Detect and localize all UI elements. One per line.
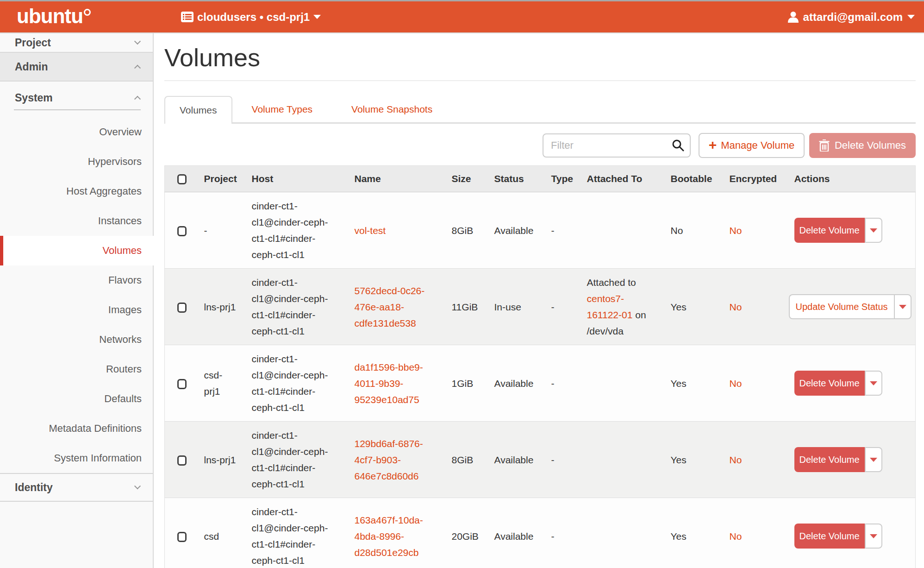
- cell-bootable: Yes: [664, 498, 723, 568]
- cell-bootable: Yes: [664, 345, 723, 422]
- cell-status: In-use: [487, 269, 544, 345]
- column-header-encrypted: Encrypted: [723, 166, 787, 192]
- project-context-switcher[interactable]: cloudusers • csd-prj1: [181, 1, 321, 32]
- update-volume-status-button[interactable]: Update Volume Status: [789, 294, 894, 319]
- sidebar-item-metadata-definitions[interactable]: Metadata Definitions: [0, 414, 154, 443]
- sidebar-section-project[interactable]: Project: [0, 33, 154, 53]
- chevron-down-icon: [313, 15, 321, 19]
- ubuntu-logo[interactable]: ubuntu: [17, 5, 91, 28]
- cell-name: da1f1596-bbe9- 4011-9b39- 95239e10ad75: [348, 345, 445, 422]
- action-dropdown-toggle[interactable]: [865, 218, 882, 243]
- sidebar-item-defaults[interactable]: Defaults: [0, 384, 154, 414]
- volume-name-link[interactable]: da1f1596-bbe9- 4011-9b39- 95239e10ad75: [355, 362, 423, 405]
- sidebar-section-system[interactable]: System: [0, 86, 154, 109]
- sidebar-item-images[interactable]: Images: [0, 295, 154, 325]
- cell-project: csd- prj1: [197, 345, 245, 422]
- tab-bar: VolumesVolume TypesVolume Snapshots: [164, 96, 916, 124]
- sidebar-section-admin[interactable]: Admin: [0, 53, 154, 82]
- action-button-group: Delete Volume: [794, 447, 882, 472]
- volume-name-link[interactable]: 129bd6af-6876- 4cf7-b903- 646e7c8d60d6: [355, 438, 423, 481]
- table-toolbar: + Manage Volume Delete Volumes: [164, 133, 916, 158]
- row-checkbox[interactable]: [177, 379, 187, 389]
- cell-type: -: [544, 192, 580, 269]
- sidebar-item-hypervisors[interactable]: Hypervisors: [0, 147, 154, 177]
- cell-actions: Delete Volume: [787, 422, 916, 498]
- plus-icon: +: [709, 138, 717, 152]
- cell-host: cinder-ct1- cl1@cinder-ceph- ct1-cl1#cin…: [245, 345, 348, 422]
- cell-project: -: [197, 192, 245, 269]
- cell-actions: Delete Volume: [787, 498, 916, 568]
- tab-volumes[interactable]: Volumes: [164, 96, 232, 124]
- row-checkbox[interactable]: [177, 455, 187, 466]
- cell-actions: Delete Volume: [787, 345, 916, 422]
- cell-host: cinder-ct1- cl1@cinder-ceph- ct1-cl1#cin…: [245, 498, 348, 568]
- cell-size: 20GiB: [445, 498, 487, 568]
- delete-volume-button[interactable]: Delete Volume: [794, 371, 865, 396]
- sidebar-project-label: Project: [15, 37, 51, 49]
- attached-instance-link[interactable]: centos7-: [587, 293, 624, 304]
- sidebar-item-flavors[interactable]: Flavors: [0, 265, 154, 295]
- sidebar-identity-label: Identity: [15, 481, 53, 494]
- ubuntu-circle-of-friends-icon: [84, 9, 91, 16]
- volumes-table: ProjectHostNameSizeStatusTypeAttached To…: [164, 165, 916, 568]
- sidebar-item-routers[interactable]: Routers: [0, 354, 154, 384]
- cell-host: cinder-ct1- cl1@cinder-ceph- ct1-cl1#cin…: [245, 192, 348, 269]
- delete-volume-button[interactable]: Delete Volume: [794, 524, 865, 549]
- table-row: lns-prj1cinder-ct1- cl1@cinder-ceph- ct1…: [165, 422, 916, 498]
- caret-down-icon: [899, 305, 906, 309]
- volume-name-link[interactable]: 5762decd-0c26- 476e-aa18- cdfe131de538: [355, 285, 425, 328]
- cell-name: 5762decd-0c26- 476e-aa18- cdfe131de538: [348, 269, 445, 345]
- table-row: csdcinder-ct1- cl1@cinder-ceph- ct1-cl1#…: [165, 498, 916, 568]
- sidebar-section-identity[interactable]: Identity: [0, 473, 154, 502]
- search-icon[interactable]: [672, 139, 684, 151]
- row-checkbox[interactable]: [177, 303, 187, 313]
- chevron-up-icon: [134, 96, 141, 102]
- action-button-group: Delete Volume: [794, 524, 882, 549]
- action-dropdown-toggle[interactable]: [865, 371, 882, 396]
- context-label: cloudusers • csd-prj1: [197, 11, 310, 24]
- table-header: ProjectHostNameSizeStatusTypeAttached To…: [165, 166, 916, 192]
- user-menu[interactable]: attardi@gmail.com: [788, 1, 915, 32]
- row-checkbox[interactable]: [177, 532, 187, 542]
- sidebar-item-overview[interactable]: Overview: [0, 117, 154, 147]
- column-header-host: Host: [245, 166, 348, 192]
- cell-status: Available: [487, 345, 544, 422]
- delete-volume-button[interactable]: Delete Volume: [794, 447, 865, 472]
- top-navbar: ubuntu cloudusers • csd-prj1 attardi@gma…: [0, 0, 924, 33]
- filter-input[interactable]: [543, 133, 691, 158]
- tab-volume-types[interactable]: Volume Types: [232, 96, 332, 122]
- sidebar-item-host-aggregates[interactable]: Host Aggregates: [0, 177, 154, 206]
- cell-host: cinder-ct1- cl1@cinder-ceph- ct1-cl1#cin…: [245, 422, 348, 498]
- manage-volume-button[interactable]: + Manage Volume: [699, 133, 805, 158]
- cell-size: 8GiB: [445, 422, 487, 498]
- cell-type: -: [544, 422, 580, 498]
- volume-name-link[interactable]: vol-test: [355, 225, 386, 236]
- project-list-icon: [181, 12, 194, 22]
- trash-icon: [819, 139, 830, 151]
- sidebar-item-volumes[interactable]: Volumes: [0, 236, 154, 265]
- attached-instance-link[interactable]: 161122-01: [587, 309, 633, 320]
- delete-volumes-button[interactable]: Delete Volumes: [809, 133, 916, 158]
- column-header-name: Name: [348, 166, 445, 192]
- cell-status: Available: [487, 498, 544, 568]
- row-checkbox[interactable]: [177, 226, 187, 236]
- column-header-status: Status: [487, 166, 544, 192]
- select-all-checkbox[interactable]: [177, 174, 187, 184]
- sidebar-item-networks[interactable]: Networks: [0, 325, 154, 354]
- sidebar-item-instances[interactable]: Instances: [0, 206, 154, 236]
- action-dropdown-toggle[interactable]: [894, 294, 912, 319]
- cell-bootable: Yes: [664, 269, 723, 345]
- sidebar-admin-label: Admin: [15, 61, 48, 73]
- action-dropdown-toggle[interactable]: [865, 447, 882, 472]
- delete-volume-button[interactable]: Delete Volume: [794, 218, 865, 243]
- action-dropdown-toggle[interactable]: [865, 524, 882, 549]
- caret-down-icon: [870, 228, 877, 233]
- cell-size: 11GiB: [445, 269, 487, 345]
- tab-volume-snapshots[interactable]: Volume Snapshots: [332, 96, 452, 122]
- volume-name-link[interactable]: 163a467f-10da- 4bda-8996- d28d501e29cb: [355, 515, 423, 558]
- cell-encrypted: No: [723, 345, 787, 422]
- cell-actions: Delete Volume: [787, 192, 916, 269]
- column-header-actions: Actions: [787, 166, 916, 192]
- column-header-attached-to: Attached To: [580, 166, 664, 192]
- sidebar-item-system-information[interactable]: System Information: [0, 443, 154, 473]
